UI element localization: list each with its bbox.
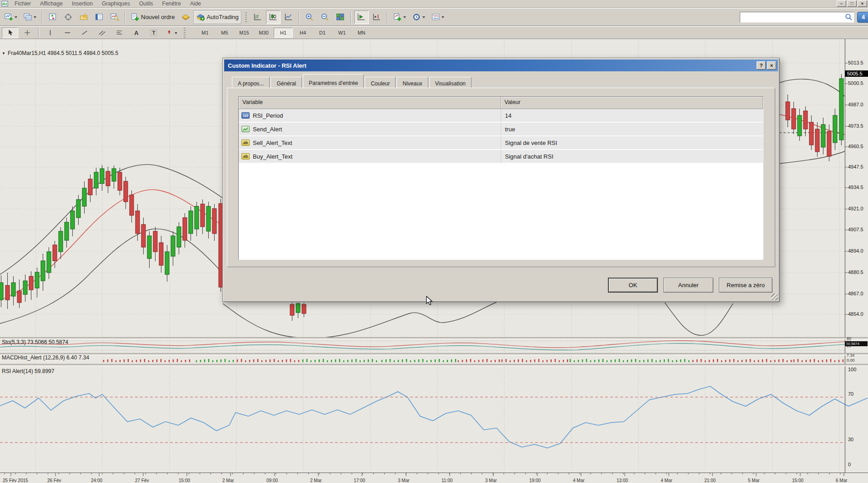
- dialog-help-button[interactable]: ?: [757, 61, 766, 70]
- metaeditor-button[interactable]: [178, 10, 193, 24]
- menu-graphiques[interactable]: Graphiques: [97, 0, 135, 7]
- param-row[interactable]: 123RSI_Period14: [239, 109, 763, 123]
- terminal-icon: [95, 13, 104, 21]
- price-label: 4973.5: [848, 123, 863, 129]
- param-value[interactable]: true: [501, 123, 763, 135]
- new-order-button[interactable]: Nouvel ordre: [128, 10, 177, 24]
- menu-fichier[interactable]: Fichier: [10, 0, 35, 7]
- arrows-button[interactable]: [163, 27, 180, 38]
- tab-parametres-entree[interactable]: Parametres d'entrée: [303, 74, 364, 88]
- bar-chart-mode-button[interactable]: [251, 10, 265, 24]
- timeframe-d1[interactable]: D1: [313, 28, 332, 38]
- arrow-shape-icon: [166, 29, 173, 36]
- strategy-tester-button[interactable]: [107, 10, 122, 24]
- periods-button[interactable]: [410, 10, 428, 24]
- param-value[interactable]: 14: [501, 109, 763, 122]
- timeframe-toolbar: M1M5M15M30H1H4D1W1MN: [196, 28, 371, 38]
- toolbar-grip[interactable]: [184, 28, 186, 38]
- app-icon: [1, 1, 8, 6]
- chevron-down-icon: [34, 16, 36, 20]
- tab-couleur[interactable]: Couleur: [365, 77, 396, 88]
- fibonacci-button[interactable]: [111, 27, 127, 38]
- param-name-cell: abBuy_Alert_Text: [239, 150, 501, 163]
- menu-items: FichierAffichageInsertionGraphiquesOutil…: [10, 0, 206, 7]
- close-button[interactable]: ×: [858, 0, 867, 7]
- timeframe-m5[interactable]: M5: [215, 28, 234, 38]
- timeframe-m30[interactable]: M30: [254, 28, 273, 38]
- navigator-button[interactable]: [76, 10, 91, 24]
- data-window-button[interactable]: [61, 10, 75, 24]
- community-icon[interactable]: 4: [857, 12, 868, 23]
- terminal-button[interactable]: [92, 10, 106, 24]
- text-label-button[interactable]: T: [146, 27, 162, 38]
- timeframe-w1[interactable]: W1: [332, 28, 351, 38]
- cursor-button[interactable]: [2, 27, 18, 38]
- zoom-in-button[interactable]: [302, 10, 317, 24]
- param-row[interactable]: abBuy_Alert_TextSignal d'achat RSI: [239, 150, 763, 164]
- vertical-line-button[interactable]: [42, 27, 58, 38]
- tile-windows-icon: [336, 13, 345, 21]
- price-label: 5000.5: [848, 80, 863, 86]
- price-label: 4947.5: [848, 164, 863, 169]
- tab-visualisation[interactable]: Visualisation: [429, 77, 472, 88]
- text-button[interactable]: A: [128, 27, 145, 38]
- param-row[interactable]: abSell_Alert_TextSignal de vente RSI: [239, 136, 763, 150]
- crosshair-button[interactable]: [19, 27, 35, 38]
- zoom-out-icon: [321, 13, 329, 21]
- param-value[interactable]: Signal de vente RSI: [501, 136, 763, 149]
- dialog-close-button[interactable]: ×: [767, 61, 776, 70]
- restore-button[interactable]: □: [847, 0, 857, 7]
- price-label: 4907.5: [848, 227, 863, 232]
- tab-general[interactable]: Général: [271, 77, 302, 88]
- variable-column-header[interactable]: Variable: [239, 97, 501, 109]
- price-label: 4987.0: [848, 102, 863, 107]
- channel-icon: [98, 29, 106, 36]
- indicators-icon: [393, 13, 402, 21]
- market-watch-icon: [49, 13, 57, 21]
- annuler-button[interactable]: Annuler: [663, 278, 713, 293]
- remise-a-zero-button[interactable]: Remise a zéro: [719, 278, 773, 293]
- chart-shift-button[interactable]: [370, 10, 384, 24]
- text-icon: A: [134, 30, 138, 36]
- toolbar-grip[interactable]: [245, 12, 247, 22]
- timeframe-m1[interactable]: M1: [196, 28, 215, 38]
- channel-button[interactable]: [94, 27, 110, 38]
- param-123-icon: 123: [241, 112, 250, 119]
- search-icon[interactable]: [845, 13, 853, 21]
- timeframe-h4[interactable]: H4: [293, 28, 312, 38]
- trendline-button[interactable]: [76, 27, 93, 38]
- search-input[interactable]: [740, 12, 854, 23]
- profiles-button[interactable]: [21, 10, 39, 24]
- dialog-buttons: OKAnnulerRemise a zéro: [608, 278, 773, 293]
- autotrading-button[interactable]: AutoTrading: [194, 10, 241, 24]
- timeframe-mn[interactable]: MN: [352, 28, 371, 38]
- menu-outils[interactable]: Outils: [135, 0, 158, 7]
- market-watch-button[interactable]: [45, 10, 60, 24]
- candlestick-mode-button[interactable]: [266, 10, 281, 24]
- new-chart-button[interactable]: [2, 10, 20, 24]
- value-column-header[interactable]: Valeur: [501, 97, 763, 109]
- line-chart-mode-button[interactable]: [281, 10, 296, 24]
- auto-scroll-button[interactable]: [354, 10, 369, 24]
- menu-insertion[interactable]: Insertion: [67, 0, 97, 7]
- tab-a-propos[interactable]: A propos...: [232, 77, 270, 88]
- param-name-cell: Send_Alert: [239, 123, 501, 135]
- menu-affichage[interactable]: Affichage: [35, 0, 67, 7]
- tab-niveaux[interactable]: Niveaux: [396, 77, 428, 88]
- ok-button[interactable]: OK: [608, 278, 658, 293]
- menu-aide[interactable]: Aide: [186, 0, 206, 7]
- param-row[interactable]: Send_Alerttrue: [239, 123, 763, 136]
- timeframe-m15[interactable]: M15: [235, 28, 254, 38]
- tile-windows-button[interactable]: [333, 10, 348, 24]
- minimize-button[interactable]: –: [837, 0, 846, 7]
- dialog-resize-grip[interactable]: [771, 294, 778, 300]
- templates-button[interactable]: [429, 10, 447, 24]
- param-value[interactable]: Signal d'achat RSI: [501, 150, 763, 163]
- timeframe-h1[interactable]: H1: [274, 28, 293, 38]
- horizontal-line-button[interactable]: [59, 27, 75, 38]
- crosshair-target-icon: [64, 13, 73, 21]
- menu-fenetre[interactable]: Fenêtre: [158, 0, 186, 7]
- dialog-titlebar[interactable]: Custom Indicator - RSI Alert ? ×: [224, 60, 778, 71]
- indicators-button[interactable]: [391, 10, 409, 24]
- zoom-out-button[interactable]: [318, 10, 332, 24]
